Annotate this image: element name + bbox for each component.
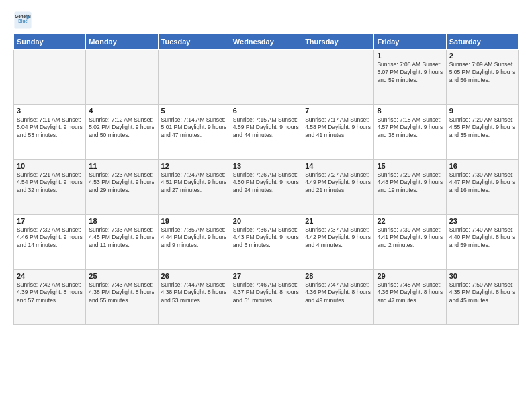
day-number: 11: [89, 162, 154, 170]
day-cell: 12Sunrise: 7:24 AM Sunset: 4:51 PM Dayli…: [158, 160, 230, 215]
day-cell: 20Sunrise: 7:36 AM Sunset: 4:43 PM Dayli…: [230, 215, 302, 270]
day-detail: Sunrise: 7:30 AM Sunset: 4:47 PM Dayligh…: [449, 171, 515, 194]
day-detail: Sunrise: 7:18 AM Sunset: 4:57 PM Dayligh…: [377, 116, 443, 139]
header: General Blue: [13, 11, 519, 30]
day-cell: 30Sunrise: 7:50 AM Sunset: 4:35 PM Dayli…: [446, 270, 518, 325]
day-detail: Sunrise: 7:23 AM Sunset: 4:53 PM Dayligh…: [89, 171, 154, 194]
day-detail: Sunrise: 7:26 AM Sunset: 4:50 PM Dayligh…: [233, 171, 299, 194]
day-number: 4: [89, 107, 154, 115]
day-number: 6: [233, 107, 299, 115]
day-detail: Sunrise: 7:20 AM Sunset: 4:55 PM Dayligh…: [449, 116, 515, 139]
day-cell: 29Sunrise: 7:48 AM Sunset: 4:36 PM Dayli…: [374, 270, 446, 325]
day-cell: 8Sunrise: 7:18 AM Sunset: 4:57 PM Daylig…: [374, 105, 446, 160]
col-header-monday: Monday: [86, 34, 158, 50]
day-cell: 17Sunrise: 7:32 AM Sunset: 4:46 PM Dayli…: [14, 215, 86, 270]
day-cell: [302, 50, 374, 105]
day-number: 23: [449, 217, 515, 225]
day-cell: 21Sunrise: 7:37 AM Sunset: 4:42 PM Dayli…: [302, 215, 374, 270]
day-detail: Sunrise: 7:40 AM Sunset: 4:40 PM Dayligh…: [449, 226, 515, 249]
day-cell: 19Sunrise: 7:35 AM Sunset: 4:44 PM Dayli…: [158, 215, 230, 270]
day-number: 13: [233, 162, 299, 170]
week-row-3: 10Sunrise: 7:21 AM Sunset: 4:54 PM Dayli…: [14, 160, 519, 215]
day-cell: 10Sunrise: 7:21 AM Sunset: 4:54 PM Dayli…: [14, 160, 86, 215]
day-number: 21: [305, 217, 371, 225]
day-detail: Sunrise: 7:42 AM Sunset: 4:39 PM Dayligh…: [17, 281, 83, 304]
day-detail: Sunrise: 7:39 AM Sunset: 4:41 PM Dayligh…: [377, 226, 443, 249]
day-cell: 7Sunrise: 7:17 AM Sunset: 4:58 PM Daylig…: [302, 105, 374, 160]
day-detail: Sunrise: 7:50 AM Sunset: 4:35 PM Dayligh…: [449, 281, 515, 304]
day-detail: Sunrise: 7:14 AM Sunset: 5:01 PM Dayligh…: [161, 116, 227, 139]
day-detail: Sunrise: 7:48 AM Sunset: 4:36 PM Dayligh…: [377, 281, 443, 304]
day-detail: Sunrise: 7:17 AM Sunset: 4:58 PM Dayligh…: [305, 116, 371, 139]
week-row-1: 1Sunrise: 7:08 AM Sunset: 5:07 PM Daylig…: [14, 50, 519, 105]
day-detail: Sunrise: 7:29 AM Sunset: 4:48 PM Dayligh…: [377, 171, 443, 194]
col-header-sunday: Sunday: [14, 34, 86, 50]
day-cell: 26Sunrise: 7:44 AM Sunset: 4:38 PM Dayli…: [158, 270, 230, 325]
day-cell: 9Sunrise: 7:20 AM Sunset: 4:55 PM Daylig…: [446, 105, 518, 160]
day-detail: Sunrise: 7:11 AM Sunset: 5:04 PM Dayligh…: [17, 116, 83, 139]
day-detail: Sunrise: 7:33 AM Sunset: 4:45 PM Dayligh…: [89, 226, 154, 249]
day-cell: 28Sunrise: 7:47 AM Sunset: 4:36 PM Dayli…: [302, 270, 374, 325]
day-cell: 11Sunrise: 7:23 AM Sunset: 4:53 PM Dayli…: [86, 160, 158, 215]
day-number: 25: [89, 272, 154, 280]
header-row: SundayMondayTuesdayWednesdayThursdayFrid…: [14, 34, 519, 50]
week-row-5: 24Sunrise: 7:42 AM Sunset: 4:39 PM Dayli…: [14, 270, 519, 325]
svg-text:Blue: Blue: [18, 19, 28, 24]
day-detail: Sunrise: 7:27 AM Sunset: 4:49 PM Dayligh…: [305, 171, 371, 194]
calendar-table: SundayMondayTuesdayWednesdayThursdayFrid…: [13, 34, 519, 325]
day-number: 8: [377, 107, 443, 115]
day-number: 27: [233, 272, 299, 280]
day-number: 16: [449, 162, 515, 170]
day-detail: Sunrise: 7:08 AM Sunset: 5:07 PM Dayligh…: [377, 61, 443, 84]
week-row-2: 3Sunrise: 7:11 AM Sunset: 5:04 PM Daylig…: [14, 105, 519, 160]
day-detail: Sunrise: 7:35 AM Sunset: 4:44 PM Dayligh…: [161, 226, 227, 249]
day-detail: Sunrise: 7:09 AM Sunset: 5:05 PM Dayligh…: [449, 61, 515, 84]
day-detail: Sunrise: 7:15 AM Sunset: 4:59 PM Dayligh…: [233, 116, 299, 139]
day-number: 14: [305, 162, 371, 170]
day-cell: 23Sunrise: 7:40 AM Sunset: 4:40 PM Dayli…: [446, 215, 518, 270]
day-cell: 24Sunrise: 7:42 AM Sunset: 4:39 PM Dayli…: [14, 270, 86, 325]
day-number: 12: [161, 162, 227, 170]
day-number: 5: [161, 107, 227, 115]
day-number: 19: [161, 217, 227, 225]
day-detail: Sunrise: 7:12 AM Sunset: 5:02 PM Dayligh…: [89, 116, 154, 139]
day-detail: Sunrise: 7:44 AM Sunset: 4:38 PM Dayligh…: [161, 281, 227, 304]
day-detail: Sunrise: 7:32 AM Sunset: 4:46 PM Dayligh…: [17, 226, 83, 249]
day-cell: 6Sunrise: 7:15 AM Sunset: 4:59 PM Daylig…: [230, 105, 302, 160]
logo-icon: General Blue: [13, 11, 32, 30]
day-number: 3: [17, 107, 83, 115]
day-cell: 2Sunrise: 7:09 AM Sunset: 5:05 PM Daylig…: [446, 50, 518, 105]
day-cell: 1Sunrise: 7:08 AM Sunset: 5:07 PM Daylig…: [374, 50, 446, 105]
day-cell: 4Sunrise: 7:12 AM Sunset: 5:02 PM Daylig…: [86, 105, 158, 160]
col-header-wednesday: Wednesday: [230, 34, 302, 50]
day-cell: 25Sunrise: 7:43 AM Sunset: 4:38 PM Dayli…: [86, 270, 158, 325]
day-cell: [158, 50, 230, 105]
col-header-saturday: Saturday: [446, 34, 518, 50]
col-header-thursday: Thursday: [302, 34, 374, 50]
logo: General Blue: [13, 11, 36, 30]
day-detail: Sunrise: 7:36 AM Sunset: 4:43 PM Dayligh…: [233, 226, 299, 249]
day-cell: 27Sunrise: 7:46 AM Sunset: 4:37 PM Dayli…: [230, 270, 302, 325]
day-detail: Sunrise: 7:24 AM Sunset: 4:51 PM Dayligh…: [161, 171, 227, 194]
day-number: 1: [377, 52, 443, 60]
day-number: 30: [449, 272, 515, 280]
day-cell: [86, 50, 158, 105]
day-number: 22: [377, 217, 443, 225]
day-number: 2: [449, 52, 515, 60]
day-cell: 5Sunrise: 7:14 AM Sunset: 5:01 PM Daylig…: [158, 105, 230, 160]
day-cell: [230, 50, 302, 105]
page: General Blue SundayMondayTuesdayWednesda…: [0, 0, 532, 411]
day-cell: 22Sunrise: 7:39 AM Sunset: 4:41 PM Dayli…: [374, 215, 446, 270]
day-cell: 15Sunrise: 7:29 AM Sunset: 4:48 PM Dayli…: [374, 160, 446, 215]
day-number: 24: [17, 272, 83, 280]
day-number: 7: [305, 107, 371, 115]
day-number: 17: [17, 217, 83, 225]
day-cell: 16Sunrise: 7:30 AM Sunset: 4:47 PM Dayli…: [446, 160, 518, 215]
col-header-friday: Friday: [374, 34, 446, 50]
day-detail: Sunrise: 7:37 AM Sunset: 4:42 PM Dayligh…: [305, 226, 371, 249]
day-cell: 13Sunrise: 7:26 AM Sunset: 4:50 PM Dayli…: [230, 160, 302, 215]
day-number: 26: [161, 272, 227, 280]
day-number: 15: [377, 162, 443, 170]
day-number: 18: [89, 217, 154, 225]
day-number: 29: [377, 272, 443, 280]
